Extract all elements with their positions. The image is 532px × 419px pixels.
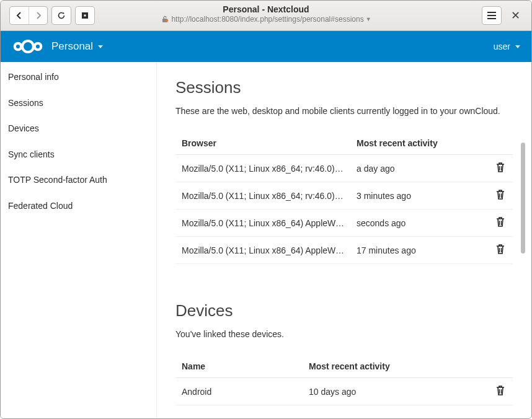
sessions-heading: Sessions bbox=[175, 78, 513, 97]
sidebar-item-label: Devices bbox=[8, 123, 39, 133]
table-row: Mozilla/5.0 (X11; Linux x86_64; rv:46.0)… bbox=[175, 155, 513, 182]
svg-point-3 bbox=[166, 19, 168, 22]
sidebar-item-label: TOTP Second-factor Auth bbox=[8, 175, 107, 185]
sidebar-item-totp[interactable]: TOTP Second-factor Auth bbox=[1, 167, 156, 193]
sessions-col-actions bbox=[488, 132, 513, 155]
devices-table: Name Most recent activity Android 10 day… bbox=[175, 355, 513, 405]
delete-session-button[interactable] bbox=[495, 216, 505, 227]
sidebar-item-sync-clients[interactable]: Sync clients bbox=[1, 142, 156, 168]
sessions-col-activity: Most recent activity bbox=[350, 132, 488, 155]
svg-rect-6 bbox=[487, 18, 496, 19]
delete-session-button[interactable] bbox=[495, 162, 505, 173]
sidebar-item-label: Personal info bbox=[8, 72, 59, 82]
devices-heading: Devices bbox=[175, 301, 513, 320]
sidebar-item-label: Sync clients bbox=[8, 149, 55, 159]
svg-rect-5 bbox=[487, 15, 496, 16]
sidebar-item-sessions[interactable]: Sessions bbox=[1, 90, 156, 117]
app-header: Personal user bbox=[1, 31, 531, 62]
forward-button[interactable] bbox=[29, 7, 47, 24]
table-row: Mozilla/5.0 (X11; Linux x86_64; rv:46.0)… bbox=[175, 182, 513, 210]
session-activity: 17 minutes ago bbox=[350, 237, 488, 264]
delete-device-button[interactable] bbox=[495, 385, 505, 396]
table-row: Mozilla/5.0 (X11; Linux x86_64) AppleWeb… bbox=[175, 237, 513, 264]
sessions-description: These are the web, desktop and mobile cl… bbox=[175, 106, 513, 116]
sidebar: Personal info Sessions Devices Sync clie… bbox=[1, 62, 157, 418]
chevron-down-icon bbox=[98, 45, 103, 48]
home-button[interactable] bbox=[76, 7, 94, 24]
sidebar-item-devices[interactable]: Devices bbox=[1, 116, 156, 142]
content-area: Sessions These are the web, desktop and … bbox=[157, 62, 531, 418]
user-label: user bbox=[494, 42, 510, 51]
svg-point-9 bbox=[35, 43, 41, 50]
url-dropdown-icon[interactable]: ▼ bbox=[366, 16, 371, 22]
table-row: Mozilla/5.0 (X11; Linux x86_64) AppleWeb… bbox=[175, 210, 513, 237]
session-browser: Mozilla/5.0 (X11; Linux x86_64) AppleWeb… bbox=[175, 210, 350, 237]
header-section-label: Personal bbox=[51, 40, 93, 53]
svg-rect-1 bbox=[84, 15, 86, 17]
devices-col-actions bbox=[488, 355, 513, 378]
device-name: Android bbox=[175, 378, 303, 405]
sidebar-item-federated-cloud[interactable]: Federated Cloud bbox=[1, 193, 156, 219]
url-row: http://localhost:8080/index.php/settings… bbox=[105, 15, 427, 24]
sidebar-item-label: Federated Cloud bbox=[8, 201, 73, 211]
devices-description: You've linked these devices. bbox=[175, 329, 513, 339]
svg-point-7 bbox=[22, 41, 33, 52]
delete-session-button[interactable] bbox=[495, 189, 505, 200]
nav-group bbox=[9, 6, 48, 25]
devices-col-activity: Most recent activity bbox=[303, 355, 488, 378]
browser-chrome: Personal - Nextcloud http://localhost:80… bbox=[1, 1, 531, 31]
devices-col-name: Name bbox=[175, 355, 303, 378]
insecure-lock-icon bbox=[161, 15, 169, 24]
scrollbar-thumb[interactable] bbox=[521, 143, 525, 254]
user-menu[interactable]: user bbox=[494, 42, 520, 51]
sidebar-item-label: Sessions bbox=[8, 98, 43, 108]
session-browser: Mozilla/5.0 (X11; Linux x86_64) AppleWeb… bbox=[175, 237, 350, 264]
chrome-nav-group bbox=[1, 6, 95, 25]
reload-button[interactable] bbox=[52, 7, 71, 24]
session-activity: seconds ago bbox=[350, 210, 488, 237]
header-section-dropdown[interactable]: Personal bbox=[51, 40, 103, 53]
session-activity: a day ago bbox=[350, 155, 488, 182]
sessions-col-browser: Browser bbox=[175, 132, 350, 155]
nextcloud-logo-icon[interactable] bbox=[9, 37, 47, 56]
svg-rect-4 bbox=[487, 12, 496, 13]
home-group bbox=[75, 6, 95, 25]
device-activity: 10 days ago bbox=[303, 378, 488, 405]
table-row: Android 10 days ago bbox=[175, 378, 513, 405]
sidebar-item-personal-info[interactable]: Personal info bbox=[1, 64, 156, 90]
svg-point-8 bbox=[15, 43, 21, 50]
back-button[interactable] bbox=[10, 7, 29, 24]
window-title: Personal - Nextcloud bbox=[105, 4, 427, 14]
app-body: Personal info Sessions Devices Sync clie… bbox=[1, 62, 531, 418]
session-browser: Mozilla/5.0 (X11; Linux x86_64; rv:46.0)… bbox=[175, 182, 350, 210]
chrome-right-group: ✕ bbox=[482, 6, 531, 25]
sessions-table: Browser Most recent activity Mozilla/5.0… bbox=[175, 132, 513, 264]
window-close-button[interactable]: ✕ bbox=[508, 7, 523, 24]
delete-session-button[interactable] bbox=[495, 244, 505, 255]
hamburger-menu-button[interactable] bbox=[482, 7, 501, 24]
svg-rect-2 bbox=[162, 19, 167, 22]
url-text: http://localhost:8080/index.php/settings… bbox=[171, 15, 363, 24]
reload-group bbox=[51, 6, 71, 25]
menu-group bbox=[482, 6, 502, 25]
session-browser: Mozilla/5.0 (X11; Linux x86_64; rv:46.0)… bbox=[175, 155, 350, 182]
chevron-down-icon bbox=[515, 45, 520, 48]
chrome-title-area: Personal - Nextcloud http://localhost:80… bbox=[105, 4, 427, 24]
session-activity: 3 minutes ago bbox=[350, 182, 488, 210]
